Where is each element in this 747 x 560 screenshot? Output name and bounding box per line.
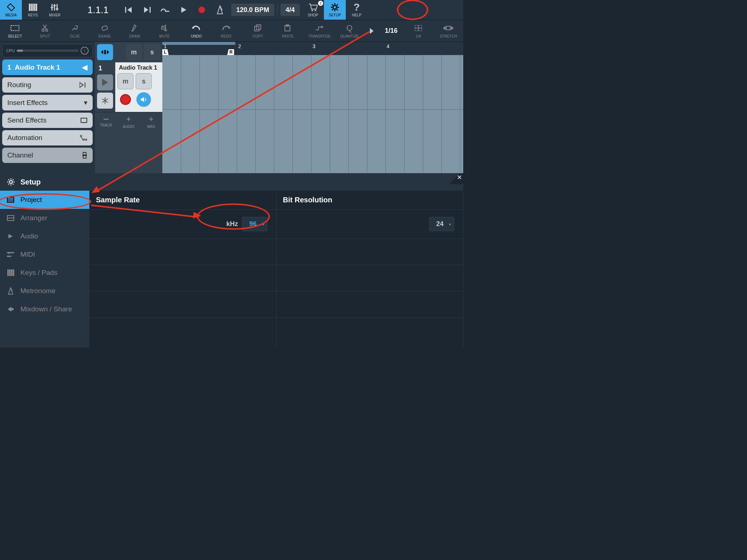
svg-marker-43 [321, 26, 324, 28]
sample-rate-select[interactable]: 96 [242, 217, 267, 231]
auto-scroll-button[interactable] [97, 44, 113, 60]
undo-button[interactable]: UNDO [181, 20, 211, 42]
remove-track-button[interactable]: − TRACK [95, 112, 117, 132]
erase-tool[interactable]: ERASE [90, 20, 120, 42]
redo-icon [221, 23, 231, 33]
svg-point-19 [315, 10, 316, 11]
svg-line-77 [8, 179, 9, 180]
help-tab[interactable]: ? HELP [346, 0, 368, 20]
record-button[interactable] [193, 0, 211, 20]
loop-left-marker[interactable]: L [162, 49, 169, 55]
tempo-display[interactable]: 120.0 BPM [231, 4, 274, 16]
svg-rect-90 [8, 256, 9, 257]
loop-button[interactable] [156, 0, 174, 20]
setup-content: Sample Rate kHz 96 Bit Resolution 24 [89, 191, 463, 347]
setup-tab[interactable]: SETUP [324, 0, 346, 20]
setup-nav-arranger[interactable]: Arranger [0, 209, 89, 227]
quantize-button[interactable]: Q QUANTIZE [334, 20, 364, 42]
svg-rect-64 [82, 155, 87, 156]
svg-rect-10 [56, 8, 58, 9]
grid-icon [415, 23, 422, 33]
select-tool[interactable]: SELECT [0, 20, 30, 42]
position-display[interactable]: 1.1.1 [77, 0, 120, 20]
keys-tab[interactable]: KEYS [22, 0, 44, 20]
track-row[interactable]: Audio Track 1 m s [115, 62, 162, 112]
send-icon [80, 117, 88, 123]
close-icon: ✕ [457, 174, 462, 181]
mute-tool[interactable]: MUTE [150, 20, 179, 42]
gear-icon [7, 178, 15, 186]
forward-button[interactable] [138, 0, 156, 20]
add-midi-button[interactable]: + MIDI [140, 112, 162, 132]
svg-rect-89 [8, 252, 9, 254]
track-number: 1 [97, 65, 113, 72]
main-area: CPU ! 1 Audio Track 1 ◀ Routing Insert E… [0, 42, 463, 173]
track-record-button[interactable] [117, 92, 133, 108]
ruler[interactable]: 1 2 3 4 L R [162, 42, 463, 55]
track-mute-button[interactable]: m [117, 73, 133, 89]
rewind-button[interactable] [120, 0, 138, 20]
stretch-button[interactable]: STRETCH [433, 20, 463, 42]
close-button[interactable]: ✕ [449, 173, 463, 184]
svg-point-59 [83, 139, 84, 140]
routing-section[interactable]: Routing [2, 77, 93, 93]
stretch-icon [443, 23, 454, 33]
setup-nav-audio[interactable]: Audio [0, 227, 89, 245]
track-solo-button[interactable]: s [136, 73, 152, 89]
svg-rect-93 [11, 269, 12, 276]
svg-line-27 [332, 9, 333, 10]
play-button[interactable] [174, 0, 193, 20]
svg-rect-7 [57, 4, 58, 11]
loop-right-marker[interactable]: R [227, 49, 234, 55]
warning-icon: ! [81, 47, 89, 55]
setup-nav-metronome[interactable]: Metronome [0, 282, 89, 300]
send-effects-section[interactable]: Send Effects [2, 113, 93, 128]
svg-rect-55 [85, 82, 85, 88]
setup-nav-keys[interactable]: Keys / Pads [0, 264, 89, 282]
svg-marker-86 [8, 234, 13, 238]
grid-8-button[interactable]: 1/8 [403, 20, 433, 42]
mixer-icon [50, 3, 59, 12]
copy-button[interactable]: COPY [243, 20, 273, 42]
add-audio-button[interactable]: + AUDIO [117, 112, 140, 132]
automation-icon [80, 135, 88, 141]
setup-nav-midi[interactable]: MIDI [0, 245, 89, 264]
automation-section[interactable]: Automation [2, 130, 93, 145]
svg-rect-34 [102, 26, 108, 31]
svg-rect-0 [7, 4, 15, 11]
track-monitor-button[interactable] [136, 92, 152, 108]
svg-rect-29 [11, 26, 19, 31]
track-play-button[interactable] [97, 74, 113, 90]
svg-marker-65 [101, 50, 103, 54]
setup-nav-project[interactable]: Project [0, 191, 89, 209]
glue-tool[interactable]: GLUE [60, 20, 90, 42]
global-mute-button[interactable]: m [126, 44, 142, 60]
shop-tab[interactable]: SHOP 2 [302, 0, 324, 20]
split-tool[interactable]: SPLIT [30, 20, 60, 42]
insert-effects-section[interactable]: Insert Effects ▾ [2, 95, 93, 110]
glue-icon [71, 23, 79, 33]
channel-section[interactable]: Channel [2, 148, 93, 163]
svg-rect-2 [31, 4, 33, 11]
track-lane[interactable] [162, 55, 463, 110]
loop-range[interactable] [162, 42, 235, 45]
global-solo-button[interactable]: s [144, 44, 160, 60]
transpose-button[interactable]: TRANSPOSE [305, 20, 334, 42]
setup-nav-mixdown[interactable]: Mixdown / Share [0, 300, 89, 318]
media-tab[interactable]: MEDIA [0, 0, 22, 20]
grid-snap[interactable] [364, 20, 379, 42]
redo-button[interactable]: REDO [211, 20, 241, 42]
svg-marker-44 [370, 28, 374, 34]
cpu-meter[interactable]: CPU ! [2, 44, 93, 57]
timeline[interactable]: 1 2 3 4 L R [162, 42, 463, 173]
paste-button[interactable]: PASTE [273, 20, 303, 42]
mixer-tab[interactable]: MIXER [44, 0, 66, 20]
time-signature-display[interactable]: 4/4 [280, 4, 300, 16]
metronome-button[interactable] [211, 0, 229, 20]
draw-tool[interactable]: DRAW [120, 20, 150, 42]
track-freeze-button[interactable] [97, 93, 113, 109]
setup-header: Setup [0, 173, 463, 191]
grid-16-display[interactable]: 1/16 [379, 20, 403, 42]
track-header[interactable]: 1 Audio Track 1 ◀ [2, 59, 93, 75]
bit-resolution-select[interactable]: 24 [429, 217, 454, 231]
